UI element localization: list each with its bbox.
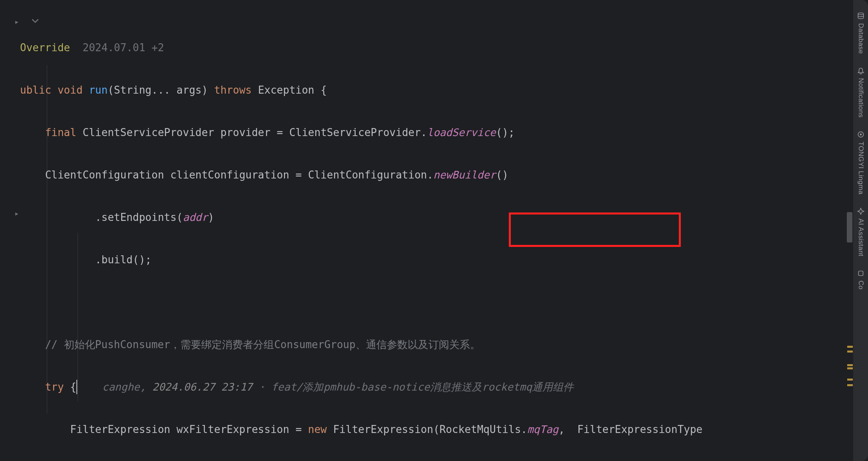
code-line[interactable] [20, 292, 853, 313]
database-icon [857, 12, 865, 20]
code-line[interactable]: final ClientServiceProvider provider = C… [20, 122, 853, 143]
marker[interactable] [847, 346, 853, 348]
marker[interactable] [847, 351, 853, 353]
right-tool-sidebar: Database Notifications TONGYI Lingma AI … [853, 0, 868, 461]
bell-icon [857, 67, 865, 75]
code-line[interactable]: FilterExpression wxFilterExpression = ne… [20, 419, 853, 440]
marker[interactable] [847, 384, 853, 386]
tool-notifications[interactable]: Notifications [857, 67, 865, 118]
tool-tongyi[interactable]: TONGYI Lingma [857, 130, 865, 194]
code-line[interactable]: .setEndpoints(addr) [20, 207, 853, 228]
tool-co[interactable]: Co [857, 269, 865, 290]
svg-rect-3 [858, 271, 863, 275]
tool-ai-assistant[interactable]: AI Assistant [857, 207, 865, 257]
marker[interactable] [847, 364, 853, 366]
code-line[interactable]: ClientConfiguration clientConfiguration … [20, 164, 853, 186]
ai-icon [857, 207, 865, 215]
code-line[interactable]: .build(); [20, 249, 853, 271]
tongyi-icon [857, 130, 865, 138]
text-cursor [76, 380, 77, 394]
scrollbar-track[interactable] [846, 0, 853, 461]
scrollbar-thumb[interactable] [847, 212, 852, 243]
code-line[interactable]: ublic void run(String... args) throws Ex… [20, 80, 853, 101]
code-line[interactable]: // 初始化PushConsumer，需要绑定消费者分组ConsumerGrou… [20, 334, 853, 355]
marker[interactable] [847, 367, 853, 369]
code-line[interactable]: Override 2024.07.01 +2 [20, 37, 853, 58]
tool-database[interactable]: Database [857, 12, 865, 54]
svg-point-2 [860, 134, 862, 136]
marker[interactable] [847, 379, 853, 381]
co-icon [857, 269, 865, 277]
code-editor[interactable]: ▸ ▸ Override 2024.07.01 +2 ublic void ru… [0, 0, 853, 461]
code-line[interactable]: try { canghe, 2024.06.27 23:17 · feat/添加… [20, 377, 853, 398]
svg-point-0 [858, 13, 864, 15]
